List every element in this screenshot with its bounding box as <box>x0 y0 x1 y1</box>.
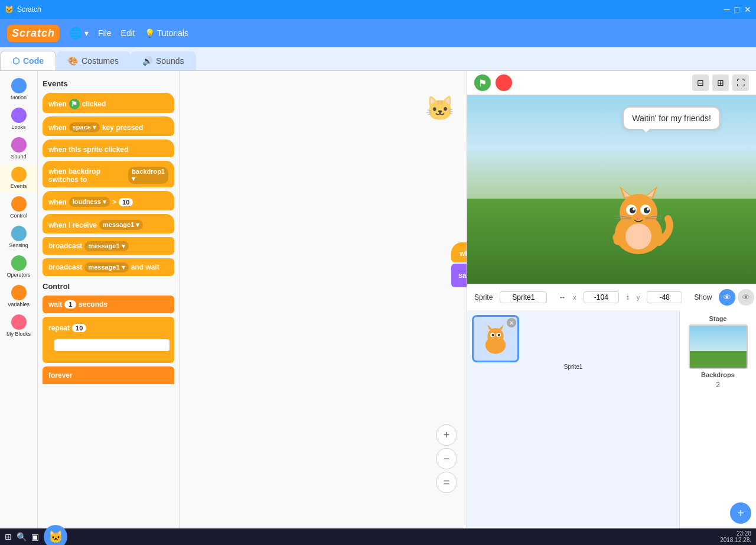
message-dropdown-3[interactable]: message1 ▾ <box>84 262 128 272</box>
looks-dot <box>11 108 27 123</box>
svg-point-10 <box>633 208 635 210</box>
events-section-title: Events <box>43 79 174 88</box>
scratch-logo[interactable]: Scratch <box>7 25 60 42</box>
titlebar: 🐱 Scratch ─ □ ✕ <box>0 0 756 19</box>
sprite1-thumb[interactable]: ✕ <box>472 315 519 362</box>
wait-value[interactable]: 1 <box>64 300 76 309</box>
x-label: x <box>573 294 576 301</box>
operators-label: Operators <box>6 272 30 278</box>
apps-button[interactable]: ▣ <box>31 532 39 541</box>
zoom-in-button[interactable]: + <box>436 424 457 446</box>
block-forever[interactable]: forever <box>43 366 174 384</box>
sound-label: Sound <box>11 154 26 160</box>
show-button[interactable]: 👁 <box>719 289 735 306</box>
taskbar-time: 23:28 <box>720 530 751 537</box>
sidebar-item-myblocks[interactable]: My Blocks <box>0 312 37 339</box>
tutorials-menu[interactable]: 💡 Tutorials <box>145 28 188 38</box>
backdrop-dropdown[interactable]: backdrop1 ▾ <box>128 167 168 184</box>
search-taskbar-icon[interactable]: 🔍 <box>17 532 27 541</box>
thumb-sky <box>690 326 747 351</box>
repeat-value[interactable]: 10 <box>72 324 86 332</box>
costumes-tab-label: Costumes <box>82 56 119 66</box>
block-repeat[interactable]: repeat 10 <box>43 317 174 363</box>
code-tab-icon: ⬡ <box>12 56 19 66</box>
sidebar-item-sound[interactable]: Sound <box>0 135 37 162</box>
tab-code[interactable]: ⬡ Code <box>0 51 56 70</box>
control-section-title: Control <box>43 282 174 291</box>
minimize-button[interactable]: ─ <box>724 5 730 14</box>
sprite-list: ✕ Sprite1 <box>467 310 679 528</box>
zoom-out-button[interactable]: − <box>436 448 457 469</box>
key-dropdown[interactable]: space ▾ <box>69 122 100 132</box>
stage-panel-right: Stage Backdrops 2 <box>679 310 756 528</box>
sprite1-delete[interactable]: ✕ <box>507 318 516 327</box>
file-menu[interactable]: File <box>98 28 112 38</box>
right-panel: ⚑ ⊟ ⊞ ⛶ Waitin' for my friends! <box>467 71 756 528</box>
window-title: Scratch <box>17 5 41 14</box>
sidebar-item-sensing[interactable]: Sensing <box>0 223 37 251</box>
svg-point-29 <box>498 334 500 336</box>
y-input[interactable] <box>647 291 682 303</box>
maximize-button[interactable]: □ <box>735 5 739 14</box>
sidebar-item-variables[interactable]: Variables <box>0 283 37 310</box>
block-when-loudness[interactable]: when loudness ▾ > 10 <box>43 191 174 210</box>
taskbar-date: 2018.12.28. <box>720 537 751 543</box>
backdrops-label: Backdrops <box>701 371 735 378</box>
svg-marker-25 <box>498 325 504 330</box>
svg-point-30 <box>494 338 496 339</box>
sidebar-item-events[interactable]: Events <box>0 164 37 192</box>
placed-block-group[interactable]: when ⚑ clicked say Waitin' for my friend… <box>451 242 467 287</box>
scratch-taskbar-button[interactable]: 🐱 <box>44 525 67 545</box>
block-when-sprite-clicked[interactable]: when this sprite clicked <box>43 140 174 157</box>
sidebar-item-motion[interactable]: Motion <box>0 76 37 103</box>
large-stage-button[interactable]: ⊞ <box>712 74 729 91</box>
loudness-dropdown[interactable]: loudness ▾ <box>69 197 110 207</box>
looks-label: Looks <box>11 124 25 130</box>
block-when-backdrop-switches[interactable]: when backdrop switches to backdrop1 ▾ <box>43 161 174 187</box>
sprite-list-area: ✕ Sprite1 Stag <box>467 310 756 528</box>
fullscreen-button[interactable]: ⛶ <box>732 74 749 91</box>
hide-button[interactable]: 👁 <box>738 289 754 306</box>
placed-say-block[interactable]: say Waitin' for my friends! <box>451 264 467 287</box>
green-flag-button[interactable]: ⚑ <box>474 74 491 91</box>
x-input[interactable] <box>584 291 619 303</box>
loudness-value[interactable]: 10 <box>119 198 133 206</box>
close-button[interactable]: ✕ <box>744 5 751 14</box>
control-label: Control <box>10 213 27 219</box>
language-menu[interactable]: 🌐 ▾ <box>69 27 89 40</box>
block-wait[interactable]: wait 1 seconds <box>43 296 174 313</box>
stage-thumbnail[interactable] <box>689 325 748 369</box>
svg-point-20 <box>614 237 625 245</box>
block-when-receive[interactable]: when I receive message1 ▾ <box>43 214 174 233</box>
svg-point-19 <box>625 223 651 249</box>
sidebar-item-operators[interactable]: Operators <box>0 253 37 280</box>
sidebar-item-looks[interactable]: Looks <box>0 105 37 132</box>
message-dropdown-1[interactable]: message1 ▾ <box>99 220 143 230</box>
add-sprite-button[interactable]: + <box>730 502 751 524</box>
zoom-reset-button[interactable]: = <box>436 472 457 493</box>
repeat-header[interactable]: repeat 10 <box>45 319 172 337</box>
svg-marker-24 <box>487 325 493 330</box>
block-when-key-pressed[interactable]: when space ▾ key pressed <box>43 116 174 136</box>
block-when-flag-clicked[interactable]: when ⚑ clicked <box>43 93 174 113</box>
repeat-footer <box>45 353 172 361</box>
svg-point-9 <box>644 207 650 213</box>
block-broadcast[interactable]: broadcast message1 ▾ <box>43 237 174 255</box>
x-arrow-icon: ↔ <box>559 293 566 301</box>
edit-menu[interactable]: Edit <box>121 28 135 38</box>
placed-when-flag-clicked[interactable]: when ⚑ clicked <box>451 242 467 262</box>
start-button[interactable]: ⊞ <box>5 532 12 541</box>
stage-view-controls: ⊟ ⊞ ⛶ <box>692 74 749 91</box>
sprite-name-input[interactable] <box>500 291 547 303</box>
zoom-controls: + − = <box>436 424 457 493</box>
code-canvas[interactable]: 🐱 when ⚑ clicked say Waitin' for my frie… <box>180 71 467 528</box>
block-broadcast-wait[interactable]: broadcast message1 ▾ and wait <box>43 258 174 276</box>
small-stage-button[interactable]: ⊟ <box>692 74 709 91</box>
scratch-icon: 🐱 <box>5 5 14 14</box>
tab-sounds[interactable]: 🔊 Sounds <box>131 51 195 70</box>
tab-costumes[interactable]: 🎨 Costumes <box>56 51 131 70</box>
stop-button[interactable] <box>496 74 512 91</box>
sidebar-item-control[interactable]: Control <box>0 194 37 221</box>
message-dropdown-2[interactable]: message1 ▾ <box>84 241 128 251</box>
speech-text: Waitin' for my friends! <box>632 113 711 123</box>
